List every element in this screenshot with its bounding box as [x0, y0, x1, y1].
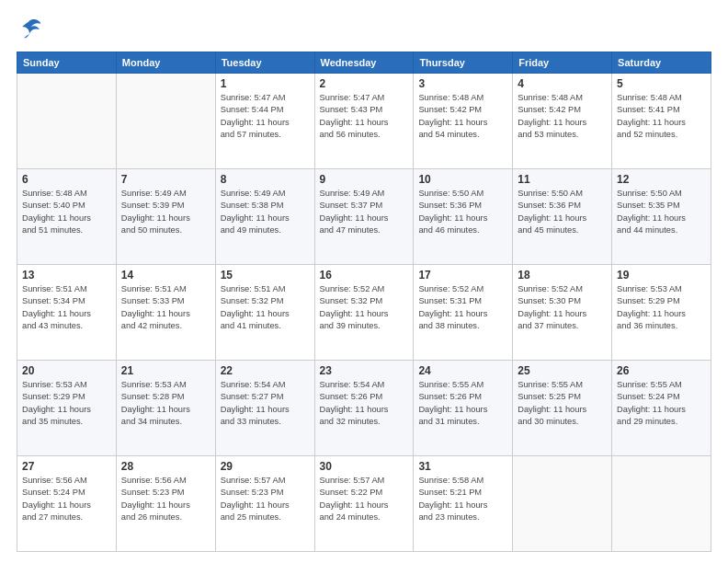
day-info: Sunrise: 5:48 AMSunset: 5:40 PMDaylight:… [22, 188, 111, 237]
day-info: Sunrise: 5:53 AMSunset: 5:28 PMDaylight:… [121, 379, 210, 429]
day-info: Sunrise: 5:49 AMSunset: 5:38 PMDaylight:… [221, 188, 310, 237]
day-number: 7 [121, 173, 210, 186]
calendar-cell: 25Sunrise: 5:55 AMSunset: 5:25 PMDayligh… [513, 361, 612, 456]
calendar-cell: 3Sunrise: 5:48 AMSunset: 5:42 PMDaylight… [414, 74, 513, 169]
calendar-cell [612, 456, 711, 552]
day-info: Sunrise: 5:48 AMSunset: 5:42 PMDaylight:… [518, 92, 607, 142]
day-info: Sunrise: 5:52 AMSunset: 5:30 PMDaylight:… [518, 283, 607, 333]
day-number: 19 [617, 269, 706, 282]
day-info: Sunrise: 5:55 AMSunset: 5:24 PMDaylight:… [617, 379, 706, 429]
day-info: Sunrise: 5:48 AMSunset: 5:41 PMDaylight:… [617, 92, 706, 142]
calendar-week-row: 20Sunrise: 5:53 AMSunset: 5:29 PMDayligh… [17, 361, 711, 456]
calendar-cell: 19Sunrise: 5:53 AMSunset: 5:29 PMDayligh… [612, 265, 711, 361]
day-number: 13 [22, 269, 111, 282]
weekday-header: Tuesday [215, 52, 314, 74]
day-number: 11 [518, 173, 607, 186]
day-number: 31 [418, 460, 507, 473]
calendar-cell: 30Sunrise: 5:57 AMSunset: 5:22 PMDayligh… [314, 456, 414, 552]
calendar-cell: 28Sunrise: 5:56 AMSunset: 5:23 PMDayligh… [116, 456, 215, 552]
calendar-cell: 17Sunrise: 5:52 AMSunset: 5:31 PMDayligh… [414, 265, 513, 361]
calendar-cell: 5Sunrise: 5:48 AMSunset: 5:41 PMDaylight… [612, 74, 711, 169]
calendar-cell: 9Sunrise: 5:49 AMSunset: 5:37 PMDaylight… [314, 169, 414, 265]
calendar-cell: 4Sunrise: 5:48 AMSunset: 5:42 PMDaylight… [513, 74, 612, 169]
day-info: Sunrise: 5:51 AMSunset: 5:34 PMDaylight:… [22, 283, 111, 333]
day-info: Sunrise: 5:55 AMSunset: 5:26 PMDaylight:… [418, 379, 507, 429]
day-number: 12 [617, 173, 706, 186]
day-info: Sunrise: 5:58 AMSunset: 5:21 PMDaylight:… [418, 475, 507, 524]
day-info: Sunrise: 5:56 AMSunset: 5:23 PMDaylight:… [121, 475, 210, 524]
day-info: Sunrise: 5:47 AMSunset: 5:43 PMDaylight:… [320, 92, 409, 142]
day-number: 4 [518, 77, 607, 90]
calendar-cell: 15Sunrise: 5:51 AMSunset: 5:32 PMDayligh… [215, 265, 314, 361]
day-number: 9 [320, 173, 409, 186]
day-number: 25 [518, 364, 607, 377]
day-info: Sunrise: 5:51 AMSunset: 5:32 PMDaylight:… [221, 283, 310, 333]
calendar-header-row: SundayMondayTuesdayWednesdayThursdayFrid… [17, 52, 711, 74]
day-number: 6 [22, 173, 111, 186]
day-info: Sunrise: 5:54 AMSunset: 5:27 PMDaylight:… [221, 379, 310, 429]
day-number: 23 [320, 364, 409, 377]
calendar-week-row: 1Sunrise: 5:47 AMSunset: 5:44 PMDaylight… [17, 74, 711, 169]
calendar-cell: 14Sunrise: 5:51 AMSunset: 5:33 PMDayligh… [116, 265, 215, 361]
day-info: Sunrise: 5:57 AMSunset: 5:22 PMDaylight:… [320, 475, 409, 524]
calendar-cell: 2Sunrise: 5:47 AMSunset: 5:43 PMDaylight… [314, 74, 414, 169]
calendar-week-row: 6Sunrise: 5:48 AMSunset: 5:40 PMDaylight… [17, 169, 711, 265]
calendar-cell: 27Sunrise: 5:56 AMSunset: 5:24 PMDayligh… [17, 456, 117, 552]
day-info: Sunrise: 5:49 AMSunset: 5:39 PMDaylight:… [121, 188, 210, 237]
day-info: Sunrise: 5:48 AMSunset: 5:42 PMDaylight:… [418, 92, 507, 142]
day-info: Sunrise: 5:53 AMSunset: 5:29 PMDaylight:… [617, 283, 706, 333]
page-header [17, 17, 711, 42]
day-number: 10 [418, 173, 507, 186]
day-info: Sunrise: 5:52 AMSunset: 5:31 PMDaylight:… [418, 283, 507, 333]
calendar-cell: 20Sunrise: 5:53 AMSunset: 5:29 PMDayligh… [17, 361, 117, 456]
day-info: Sunrise: 5:49 AMSunset: 5:37 PMDaylight:… [320, 188, 409, 237]
day-number: 21 [121, 364, 210, 377]
weekday-header: Friday [513, 52, 612, 74]
day-number: 29 [221, 460, 310, 473]
day-info: Sunrise: 5:50 AMSunset: 5:36 PMDaylight:… [518, 188, 607, 237]
day-number: 26 [617, 364, 706, 377]
day-info: Sunrise: 5:47 AMSunset: 5:44 PMDaylight:… [221, 92, 310, 142]
day-number: 5 [617, 77, 706, 90]
calendar-cell: 22Sunrise: 5:54 AMSunset: 5:27 PMDayligh… [215, 361, 314, 456]
day-info: Sunrise: 5:50 AMSunset: 5:35 PMDaylight:… [617, 188, 706, 237]
calendar-cell: 8Sunrise: 5:49 AMSunset: 5:38 PMDaylight… [215, 169, 314, 265]
day-number: 27 [22, 460, 111, 473]
calendar-cell: 16Sunrise: 5:52 AMSunset: 5:32 PMDayligh… [314, 265, 414, 361]
day-info: Sunrise: 5:52 AMSunset: 5:32 PMDaylight:… [320, 283, 409, 333]
calendar-cell: 26Sunrise: 5:55 AMSunset: 5:24 PMDayligh… [612, 361, 711, 456]
calendar-cell: 10Sunrise: 5:50 AMSunset: 5:36 PMDayligh… [414, 169, 513, 265]
calendar-cell [116, 74, 215, 169]
calendar-cell: 23Sunrise: 5:54 AMSunset: 5:26 PMDayligh… [314, 361, 414, 456]
day-number: 30 [320, 460, 409, 473]
weekday-header: Saturday [612, 52, 711, 74]
day-number: 16 [320, 269, 409, 282]
day-number: 18 [518, 269, 607, 282]
weekday-header: Wednesday [314, 52, 414, 74]
calendar-cell [17, 74, 117, 169]
logo [17, 17, 46, 42]
calendar-cell: 12Sunrise: 5:50 AMSunset: 5:35 PMDayligh… [612, 169, 711, 265]
day-number: 24 [418, 364, 507, 377]
calendar-cell: 6Sunrise: 5:48 AMSunset: 5:40 PMDaylight… [17, 169, 117, 265]
calendar-cell: 24Sunrise: 5:55 AMSunset: 5:26 PMDayligh… [414, 361, 513, 456]
day-info: Sunrise: 5:56 AMSunset: 5:24 PMDaylight:… [22, 475, 111, 524]
day-info: Sunrise: 5:51 AMSunset: 5:33 PMDaylight:… [121, 283, 210, 333]
day-info: Sunrise: 5:54 AMSunset: 5:26 PMDaylight:… [320, 379, 409, 429]
calendar-cell: 11Sunrise: 5:50 AMSunset: 5:36 PMDayligh… [513, 169, 612, 265]
day-number: 20 [22, 364, 111, 377]
calendar-week-row: 13Sunrise: 5:51 AMSunset: 5:34 PMDayligh… [17, 265, 711, 361]
day-number: 15 [221, 269, 310, 282]
calendar-cell: 31Sunrise: 5:58 AMSunset: 5:21 PMDayligh… [414, 456, 513, 552]
calendar-cell: 21Sunrise: 5:53 AMSunset: 5:28 PMDayligh… [116, 361, 215, 456]
day-info: Sunrise: 5:50 AMSunset: 5:36 PMDaylight:… [418, 188, 507, 237]
calendar-cell: 7Sunrise: 5:49 AMSunset: 5:39 PMDaylight… [116, 169, 215, 265]
day-number: 17 [418, 269, 507, 282]
day-info: Sunrise: 5:57 AMSunset: 5:23 PMDaylight:… [221, 475, 310, 524]
weekday-header: Thursday [414, 52, 513, 74]
day-number: 2 [320, 77, 409, 90]
day-number: 28 [121, 460, 210, 473]
day-info: Sunrise: 5:55 AMSunset: 5:25 PMDaylight:… [518, 379, 607, 429]
logo-bird-icon [17, 17, 42, 42]
weekday-header: Monday [116, 52, 215, 74]
